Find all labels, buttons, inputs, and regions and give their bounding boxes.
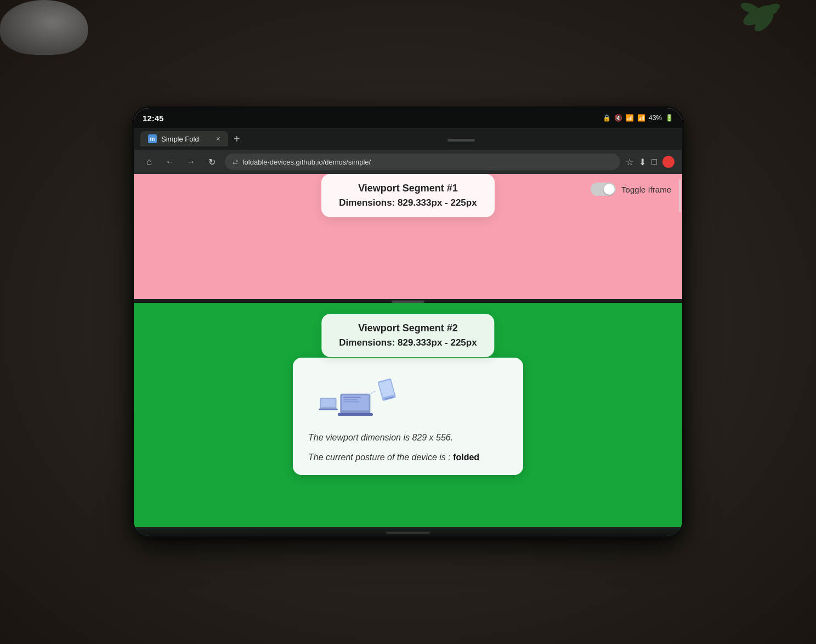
device-bottom-bar	[134, 527, 682, 536]
foldable-device: 12:45 🔒 🔇 📶 📶 43% 🔋 m S	[134, 108, 682, 536]
viewport-segment-1-area: Toggle Iframe Viewport Segment #1 Dimens…	[134, 174, 682, 217]
status-time: 12:45	[143, 114, 163, 123]
screen-top-panel: 12:45 🔒 🔇 📶 📶 43% 🔋 m S	[134, 108, 682, 301]
tab-area: m Simple Fold × +	[140, 131, 242, 146]
nav-actions: ☆ ⬇ □	[626, 156, 675, 168]
svg-rect-9	[343, 399, 358, 400]
segment-1-card: Viewport Segment #1 Dimensions: 829.333p…	[321, 174, 494, 217]
drag-handle	[447, 139, 475, 142]
device-info-card: The viewport dimension is 829 x 556. The…	[293, 358, 523, 475]
plant-decoration	[717, 0, 783, 44]
decorative-object-top-left	[0, 0, 88, 55]
tab-close-button[interactable]: ×	[216, 134, 220, 143]
viewport-dimension-text: The viewport dimension is 829 x 556.	[308, 431, 508, 444]
viewport-segment-2-area: Viewport Segment #2 Dimensions: 829.333p…	[134, 303, 682, 527]
posture-text: The current posture of the device is : f…	[308, 451, 508, 464]
address-bar[interactable]: ⇄ foldable-devices.github.io/demos/simpl…	[225, 154, 620, 170]
toggle-iframe-control: Toggle Iframe	[591, 183, 671, 196]
nav-bar: ⌂ ← → ↻ ⇄ foldable-devices.github.io/dem…	[134, 150, 682, 174]
svg-rect-8	[343, 397, 361, 398]
device-wrapper: 12:45 🔒 🔇 📶 📶 43% 🔋 m S	[106, 75, 710, 569]
address-security-icon: ⇄	[233, 158, 238, 166]
home-button[interactable]: ⌂	[141, 157, 157, 167]
extension-button[interactable]: □	[651, 157, 657, 167]
toggle-knob	[604, 184, 615, 195]
segment-2-card: Viewport Segment #2 Dimensions: 829.333p…	[321, 314, 494, 357]
drag-handle-area	[247, 137, 676, 142]
back-button[interactable]: ←	[162, 157, 178, 167]
browser-tab-bar: m Simple Fold × +	[134, 128, 682, 150]
segment-2-card-container: Viewport Segment #2 Dimensions: 829.333p…	[321, 314, 494, 357]
segment-1-title: Viewport Segment #1	[339, 183, 477, 194]
battery-icon: 🔋	[665, 114, 673, 122]
tab-title: Simple Fold	[161, 135, 199, 143]
toggle-iframe-label: Toggle Iframe	[621, 185, 671, 194]
posture-value: folded	[453, 453, 479, 462]
laptop-illustration	[308, 369, 412, 429]
mute-icon: 🔇	[614, 114, 622, 122]
reload-button[interactable]: ↻	[204, 157, 219, 167]
new-tab-button[interactable]: +	[231, 133, 242, 145]
bottom-gesture-bar[interactable]	[386, 532, 430, 534]
download-button[interactable]: ⬇	[639, 157, 646, 167]
screen-bottom-panel: Viewport Segment #2 Dimensions: 829.333p…	[134, 303, 682, 536]
record-button[interactable]	[662, 156, 675, 168]
segment-2-title: Viewport Segment #2	[339, 323, 477, 334]
tab-favicon-letter: m	[150, 136, 155, 142]
battery-percentage: 43%	[649, 114, 662, 122]
svg-rect-7	[338, 413, 373, 416]
address-url: foldable-devices.github.io/demos/simple/	[242, 158, 613, 166]
signal-icon: 📶	[637, 114, 645, 122]
segment-1-dimensions: Dimensions: 829.333px - 225px	[339, 197, 477, 208]
toggle-iframe-switch[interactable]	[591, 183, 616, 196]
svg-rect-12	[321, 399, 335, 407]
wifi-icon: 📶	[626, 114, 634, 122]
lock-icon: 🔒	[603, 114, 611, 122]
status-bar: 12:45 🔒 🔇 📶 📶 43% 🔋	[134, 108, 682, 128]
forward-button[interactable]: →	[183, 157, 199, 167]
svg-rect-13	[319, 409, 338, 410]
status-icons: 🔒 🔇 📶 📶 43% 🔋	[603, 114, 673, 122]
scroll-indicator-top[interactable]	[679, 179, 681, 212]
segment-2-dimensions: Dimensions: 829.333px - 225px	[339, 337, 477, 348]
bookmark-button[interactable]: ☆	[626, 157, 633, 167]
tab-favicon: m	[148, 134, 157, 143]
browser-tab[interactable]: m Simple Fold ×	[140, 131, 228, 146]
posture-prefix: The current posture of the device is :	[308, 453, 453, 462]
